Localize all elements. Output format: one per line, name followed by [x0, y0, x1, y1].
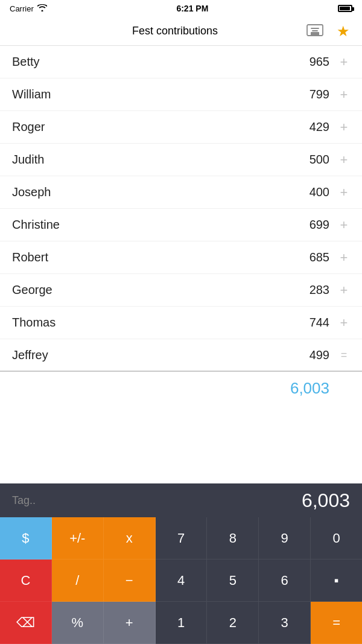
contrib-amount: 499 — [293, 348, 329, 362]
backspace-btn[interactable]: ⌫ — [0, 602, 52, 644]
contrib-name: Betty — [12, 55, 40, 69]
contrib-action[interactable]: = — [338, 349, 350, 362]
two-btn[interactable]: 2 — [207, 602, 259, 644]
contrib-action[interactable]: + — [338, 54, 350, 70]
total-amount: 6,003 — [290, 379, 329, 398]
contribution-row[interactable]: Betty965+ — [0, 46, 362, 78]
contrib-name: Jeffrey — [12, 348, 48, 362]
contribution-row[interactable]: Robert685+ — [0, 241, 362, 274]
svg-rect-1 — [311, 32, 319, 36]
calc-tag: Tag.. — [12, 494, 36, 507]
contribution-row[interactable]: Jeffrey499= — [0, 339, 362, 372]
calculator: Tag.. 6,003 $+/-x7890C/−456▪⌫%+123= — [0, 483, 362, 644]
contribution-row[interactable]: Christine699+ — [0, 209, 362, 241]
calc-display-value: 6,003 — [302, 489, 350, 512]
status-right — [338, 5, 352, 12]
five-btn[interactable]: 5 — [207, 560, 259, 602]
four-btn[interactable]: 4 — [156, 560, 208, 602]
contrib-amount: 429 — [293, 120, 329, 134]
contrib-name: Joseph — [12, 185, 51, 199]
contrib-action[interactable]: + — [338, 87, 350, 103]
contrib-action[interactable]: + — [338, 120, 350, 135]
contrib-amount: 699 — [293, 218, 329, 232]
zero-btn[interactable]: 0 — [311, 517, 362, 560]
decimal-btn[interactable]: ▪ — [311, 560, 362, 602]
three-btn[interactable]: 3 — [259, 602, 311, 644]
plus-minus-btn[interactable]: +/- — [52, 517, 104, 560]
six-btn[interactable]: 6 — [259, 560, 311, 602]
dollar-btn[interactable]: $ — [0, 517, 52, 560]
divide-btn[interactable]: / — [52, 560, 104, 602]
clear-btn[interactable]: C — [0, 560, 52, 602]
contribution-row[interactable]: Judith500+ — [0, 144, 362, 176]
add-btn[interactable]: + — [104, 602, 156, 644]
contrib-amount: 799 — [293, 88, 329, 101]
contrib-name: Judith — [12, 153, 44, 167]
contrib-name: Robert — [12, 250, 48, 264]
contrib-action[interactable]: + — [338, 250, 350, 266]
contrib-amount: 283 — [293, 283, 329, 297]
calc-button-row: $+/-x7890 — [0, 517, 362, 560]
contrib-amount: 744 — [293, 316, 329, 330]
contribution-row[interactable]: Roger429+ — [0, 111, 362, 144]
wifi-icon — [37, 4, 47, 13]
contrib-amount: 965 — [293, 55, 329, 69]
status-bar: Carrier 6:21 PM — [0, 0, 362, 17]
nine-btn[interactable]: 9 — [259, 517, 311, 560]
contrib-name: George — [12, 283, 52, 297]
status-time: 6:21 PM — [176, 4, 208, 13]
contribution-row[interactable]: George283+ — [0, 274, 362, 307]
multiply-btn[interactable]: x — [104, 517, 156, 560]
total-row: 6,003 — [0, 372, 362, 405]
contribution-row[interactable]: Joseph400+ — [0, 176, 362, 209]
contribution-row[interactable]: Thomas744+ — [0, 307, 362, 339]
contrib-action[interactable]: + — [338, 152, 350, 168]
subtract-btn[interactable]: − — [104, 560, 156, 602]
seven-btn[interactable]: 7 — [156, 517, 208, 560]
battery-icon — [338, 5, 352, 12]
contrib-amount: 685 — [293, 250, 329, 264]
contrib-action[interactable]: + — [338, 185, 350, 200]
contributions-list: Betty965+William799+Roger429+Judith500+J… — [0, 46, 362, 372]
contrib-name: Christine — [12, 218, 60, 232]
inbox-button[interactable] — [304, 22, 326, 41]
carrier-label: Carrier — [10, 4, 34, 13]
contrib-action[interactable]: + — [338, 217, 350, 233]
one-btn[interactable]: 1 — [156, 602, 208, 644]
navigation-bar: Fest contributions ★ — [0, 17, 362, 46]
percent-btn[interactable]: % — [52, 602, 104, 644]
contrib-action[interactable]: + — [338, 315, 350, 331]
calc-button-row: C/−456▪ — [0, 560, 362, 602]
star-icon: ★ — [337, 23, 350, 40]
status-left: Carrier — [10, 4, 47, 13]
inbox-icon — [306, 24, 323, 39]
contrib-name: Roger — [12, 120, 45, 134]
contrib-action[interactable]: + — [338, 282, 350, 298]
contrib-name: Thomas — [12, 316, 56, 330]
page-title: Fest contributions — [132, 25, 218, 37]
calc-button-row: ⌫%+123= — [0, 602, 362, 644]
contrib-amount: 400 — [293, 185, 329, 199]
contrib-amount: 500 — [293, 153, 329, 167]
eight-btn[interactable]: 8 — [207, 517, 259, 560]
star-button[interactable]: ★ — [334, 21, 352, 42]
calc-buttons: $+/-x7890C/−456▪⌫%+123= — [0, 517, 362, 644]
equals-btn[interactable]: = — [311, 602, 362, 644]
calc-display: Tag.. 6,003 — [0, 483, 362, 517]
contribution-row[interactable]: William799+ — [0, 78, 362, 111]
nav-icons: ★ — [304, 21, 352, 42]
contrib-name: William — [12, 88, 51, 101]
